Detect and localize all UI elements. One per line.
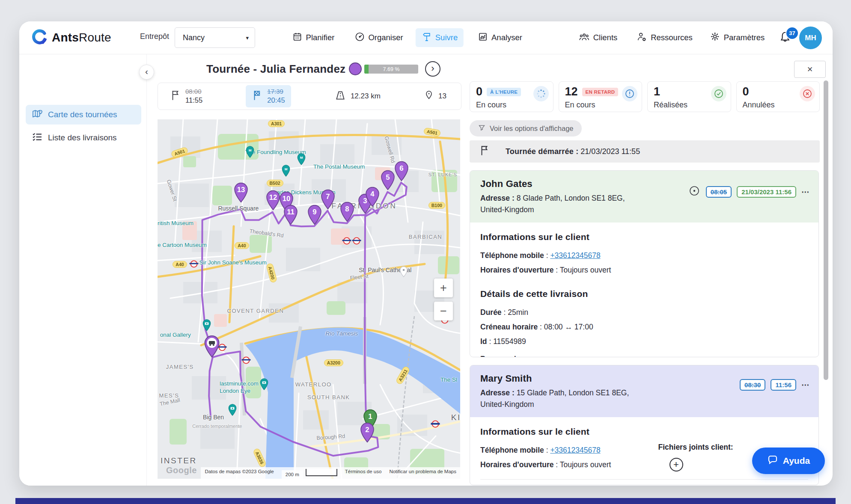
map-report-link[interactable]: Notificar un problema de Maps <box>385 467 460 479</box>
hours-label: Horaires d'ouverture <box>480 460 553 469</box>
stops-value: 13 <box>438 92 446 101</box>
flag-icon <box>170 89 181 103</box>
sidebar-item-carte-des-tournees[interactable]: Carte des tournées <box>26 105 141 125</box>
nav-ressources[interactable]: Ressources <box>630 28 699 47</box>
map-label: Borough Rd <box>316 433 345 442</box>
phone-label: Téléphone mobile <box>480 251 544 260</box>
display-options-button[interactable]: Voir les options d'affichage <box>470 120 582 136</box>
address-line2: United-Kingdom <box>480 205 534 214</box>
svg-text:6: 6 <box>399 164 403 172</box>
svg-text:1: 1 <box>368 412 372 421</box>
nav-planifier[interactable]: Planifier <box>286 28 341 47</box>
svg-text:13: 13 <box>237 186 245 194</box>
map-poi-pin-icon: M <box>245 146 255 160</box>
road-icon <box>334 90 346 103</box>
vehicle-marker[interactable] <box>203 335 221 359</box>
add-attachment-button[interactable]: + <box>669 458 683 471</box>
phone-link[interactable]: +33612345678 <box>550 446 600 454</box>
notification-count-badge: 37 <box>786 27 799 40</box>
status-card-late: 12EN RETARD En cours <box>559 81 643 112</box>
attachments-label: Fichiers joints client: <box>658 443 733 452</box>
warehouse-select[interactable]: Nancy ▾ <box>175 27 255 48</box>
panel-scrollbar[interactable] <box>824 80 828 380</box>
client-info-title: Informations sur le client <box>480 427 808 437</box>
stop-marker-13[interactable]: 13 <box>233 183 249 205</box>
nav-analyser[interactable]: Analyser <box>472 28 528 47</box>
nav-suivre[interactable]: Suivre <box>416 28 464 47</box>
avatar[interactable]: MH <box>799 27 822 49</box>
zoom-out-button[interactable]: − <box>434 302 453 320</box>
stop-marker-2[interactable]: 2 <box>359 422 375 444</box>
map-label: KI <box>451 412 460 423</box>
map-attribution: Datos de mapas ©2023 Google 200 m Términ… <box>201 467 460 479</box>
nav-clients[interactable]: Clients <box>573 28 624 47</box>
svg-text:9: 9 <box>312 208 316 216</box>
delivery-card-john-gates[interactable]: John Gates Adresse : 8 Glade Path, Londo… <box>470 170 819 357</box>
more-menu-icon[interactable]: ⋯ <box>801 380 810 390</box>
close-panel-button[interactable]: ✕ <box>794 61 826 78</box>
map-label: Sir John Soane's Museum <box>199 259 267 267</box>
nav-organiser[interactable]: Organiser <box>348 28 409 47</box>
status-label: Réalisées <box>654 101 725 110</box>
nav-parametres[interactable]: Paramètres <box>704 28 771 47</box>
nav-label: Paramètres <box>724 33 765 42</box>
zoom-in-button[interactable]: + <box>434 279 453 297</box>
cancelled-count: 0 <box>743 86 749 98</box>
underground-roundel-icon <box>243 356 250 364</box>
planned-time-badge: 08:05 <box>706 186 732 198</box>
background-strip <box>15 498 836 504</box>
svg-text:M: M <box>300 156 303 160</box>
stop-marker-6[interactable]: 6 <box>393 161 410 183</box>
id-value: 11554989 <box>493 337 526 346</box>
road-badge: A3036 <box>252 448 266 468</box>
road-badge: A4200 <box>266 263 277 283</box>
map-terms-link[interactable]: Términos de uso <box>341 467 386 479</box>
check-circle-icon <box>711 86 726 101</box>
more-menu-icon[interactable]: ⋯ <box>801 187 810 197</box>
phone-link[interactable]: +33612345678 <box>550 251 600 260</box>
target-icon[interactable] <box>688 184 701 199</box>
map-canvas[interactable]: The Foundling MuseumThe Postal MuseumCha… <box>158 119 460 479</box>
stat-stops: 13 <box>424 90 446 103</box>
caret-down-icon: ▾ <box>246 35 249 41</box>
logo-text: AntsRoute <box>52 31 111 44</box>
next-route-button[interactable]: › <box>425 61 440 77</box>
map-poi-pin-icon <box>228 404 237 418</box>
spinner-icon <box>533 86 549 101</box>
address-label: Adresse : <box>480 388 515 397</box>
pin-icon <box>424 90 434 103</box>
route-title: Tournée - Julia Fernandez <box>206 62 345 76</box>
stop-marker-11[interactable]: 11 <box>283 205 299 226</box>
close-icon: ✕ <box>807 65 813 74</box>
road-badge: A501 <box>423 127 441 137</box>
svg-text:12: 12 <box>269 193 277 202</box>
notifications-button[interactable]: 37 <box>779 31 792 45</box>
start-planned: 08:00 <box>185 88 202 96</box>
people-icon <box>579 32 590 44</box>
nav-label: Organiser <box>368 33 403 42</box>
actual-time-badge: 21/03/2023 11:56 <box>737 186 796 198</box>
map-scale: 200 m <box>278 467 341 479</box>
proofs-label: Preuves de passage: <box>480 355 555 357</box>
map-label: SOUTH BANK <box>307 394 350 401</box>
svg-text:11: 11 <box>287 208 295 216</box>
distance-value: 12.23 km <box>351 92 381 101</box>
svg-text:7: 7 <box>326 192 330 200</box>
underground-roundel-icon <box>343 237 350 244</box>
underground-roundel-icon <box>353 237 360 244</box>
sidebar-item-liste-des-livraisons[interactable]: Liste des livraisons <box>26 128 141 148</box>
gear-icon <box>710 31 720 44</box>
help-button[interactable]: Ayuda <box>752 448 825 474</box>
chevron-right-icon: › <box>431 63 434 74</box>
map-poi-pin-icon: M <box>297 153 306 167</box>
stop-marker-8[interactable]: 8 <box>339 202 355 223</box>
collapse-panel-button[interactable]: ‹ <box>139 65 154 80</box>
map-label: The Postal Museum <box>313 163 365 171</box>
stop-marker-4[interactable]: 4 <box>364 187 381 208</box>
map-label: onal Gallery <box>160 332 191 339</box>
end-planned: 17:39 <box>267 88 285 96</box>
map-data-credit: Datos de mapas ©2023 Google <box>201 467 277 479</box>
stat-start-time: 08:0011:55 <box>170 88 202 104</box>
stop-marker-7[interactable]: 7 <box>320 189 336 211</box>
gauge-icon <box>354 32 365 44</box>
